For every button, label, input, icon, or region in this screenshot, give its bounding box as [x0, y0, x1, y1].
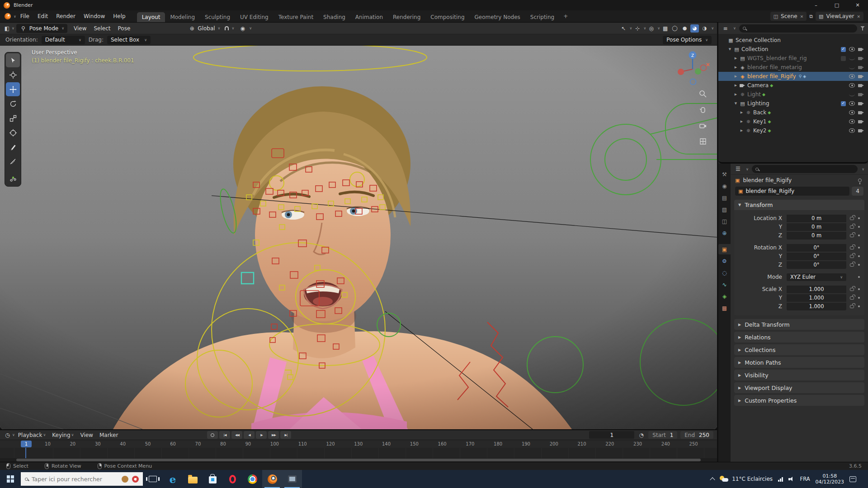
property-value-field[interactable]: 0 m [787, 215, 846, 222]
timeline-editor-icon[interactable] [4, 431, 11, 439]
tab-constraints[interactable] [718, 279, 731, 290]
animate-dot-icon[interactable] [858, 305, 860, 307]
render-visibility-icon[interactable] [858, 65, 864, 70]
animate-dot-icon[interactable] [858, 288, 860, 290]
visibility-eye-icon[interactable] [849, 110, 855, 115]
jump-to-end-button[interactable] [280, 431, 291, 439]
options-icon[interactable] [862, 167, 864, 171]
clock-widget[interactable]: 01:58 04/12/2023 [816, 473, 844, 485]
render-visibility-icon[interactable] [858, 119, 864, 124]
lock-icon[interactable] [850, 305, 854, 308]
rotation-mode-dropdown[interactable]: XYZ Euler [787, 273, 846, 281]
playhead-line[interactable] [25, 448, 26, 458]
collection-checkbox[interactable] [841, 56, 846, 61]
next-keyframe-button[interactable] [268, 431, 279, 439]
visibility-eye-icon[interactable] [849, 101, 855, 106]
playback-menu[interactable]: Playback [15, 432, 49, 438]
search-highlight-gingerbread-icon[interactable] [122, 476, 128, 483]
disclosure-arrow-icon[interactable] [733, 75, 739, 78]
animate-dot-icon[interactable] [858, 217, 860, 219]
transform-panel-header[interactable]: Transform [734, 200, 864, 210]
visibility-eye-icon[interactable] [849, 83, 855, 88]
property-value-field[interactable]: 1.000 [787, 303, 846, 310]
rotate-tool[interactable] [6, 97, 20, 111]
animate-dot-icon[interactable] [858, 255, 860, 257]
outliner-row[interactable]: Key1 [718, 117, 868, 126]
disclosure-arrow-icon[interactable] [733, 84, 739, 87]
render-visibility-icon[interactable] [858, 56, 864, 61]
workspace-tab[interactable]: Shading [318, 12, 350, 22]
store-app[interactable] [203, 470, 222, 488]
proportional-edit-dropdown[interactable] [239, 24, 252, 33]
selectability-icon[interactable] [620, 24, 627, 33]
workspace-tab[interactable]: Geometry Nodes [470, 12, 525, 22]
collapsed-panel-header[interactable]: Motion Paths [734, 357, 864, 368]
menu-item[interactable]: Window [80, 13, 109, 19]
play-reverse-button[interactable] [244, 431, 255, 439]
filter-icon[interactable] [860, 26, 865, 31]
outliner-item-label[interactable]: Camera [747, 82, 769, 89]
orthographic-grid-icon[interactable] [698, 136, 708, 146]
taskbar-search-input[interactable] [32, 476, 118, 483]
language-indicator[interactable]: FRA [800, 476, 810, 482]
visibility-eye-icon[interactable] [849, 92, 855, 97]
add-workspace-button[interactable]: + [559, 13, 572, 19]
viewlayer-selector[interactable]: ViewLayer [816, 12, 863, 21]
collapsed-panel-header[interactable]: Delta Transform [734, 319, 864, 330]
render-visibility-icon[interactable] [858, 47, 864, 52]
disclosure-arrow-icon[interactable] [733, 66, 739, 69]
animate-dot-icon[interactable] [858, 264, 860, 266]
timeline-track-area[interactable] [0, 448, 717, 458]
play-button[interactable] [256, 431, 267, 439]
tab-object[interactable] [718, 244, 731, 254]
outliner-item-label[interactable]: Light [747, 91, 761, 98]
playhead-badge[interactable]: 1 [21, 441, 32, 447]
menu-item[interactable]: Render [52, 13, 80, 19]
tab-modifiers[interactable] [718, 256, 731, 266]
collapsed-panel-header[interactable]: Visibility [734, 370, 864, 380]
start-frame-field[interactable]: Start1 [648, 431, 677, 439]
properties-search-input[interactable] [761, 166, 854, 172]
collapsed-panel-header[interactable]: Collections [734, 344, 864, 355]
tab-object-data[interactable] [718, 291, 731, 301]
visibility-eye-icon[interactable] [849, 56, 855, 61]
lock-icon[interactable] [850, 234, 854, 237]
disclosure-arrow-icon[interactable] [739, 111, 745, 114]
disclosure-arrow-icon[interactable] [739, 129, 745, 132]
edge-app[interactable]: e [163, 470, 183, 488]
disclosure-arrow-icon[interactable] [733, 56, 739, 60]
outliner-row[interactable]: Key2 [718, 126, 868, 135]
lock-icon[interactable] [850, 263, 854, 267]
viewport-menu-item[interactable]: Select [90, 25, 114, 32]
outliner-row[interactable]: Back [718, 108, 868, 117]
visibility-eye-icon[interactable] [849, 119, 855, 124]
outliner-editor-icon[interactable] [722, 24, 729, 33]
gizmos-toggle-icon[interactable] [633, 24, 641, 33]
search-highlight-doodle-icon[interactable] [132, 476, 139, 483]
animate-dot-icon[interactable] [858, 226, 860, 228]
outliner-search-box[interactable] [739, 24, 857, 33]
overlays-toggle-icon[interactable] [647, 24, 655, 33]
snap-dropdown[interactable] [225, 26, 234, 30]
shading-solid-button[interactable] [680, 24, 689, 33]
outliner-item-label[interactable]: Lighting [747, 100, 769, 107]
tab-texture[interactable] [718, 303, 731, 313]
lock-icon[interactable] [850, 296, 854, 300]
tab-tool[interactable] [718, 169, 731, 179]
visibility-eye-icon[interactable] [849, 47, 855, 52]
workspace-tab[interactable]: Animation [350, 12, 388, 22]
animate-dot-icon[interactable] [858, 297, 860, 299]
collapsed-panel-header[interactable]: Viewport Display [734, 382, 864, 393]
timeline-scrollbar[interactable] [0, 458, 717, 462]
outliner-item-label[interactable]: Key2 [753, 127, 766, 134]
pin-icon[interactable] [858, 178, 862, 182]
notification-center-icon[interactable] [849, 476, 856, 482]
taskbar-search-box[interactable] [21, 472, 143, 486]
users-count-field[interactable]: 4 [852, 187, 863, 196]
properties-editor-icon[interactable] [734, 165, 742, 173]
property-value-field[interactable]: 0 m [787, 232, 846, 239]
opera-app[interactable] [222, 470, 242, 488]
outliner-item-label[interactable]: Scene Collection [736, 37, 781, 43]
outliner-item-label[interactable]: Collection [741, 46, 768, 52]
workspace-tab[interactable]: UV Editing [235, 12, 274, 22]
